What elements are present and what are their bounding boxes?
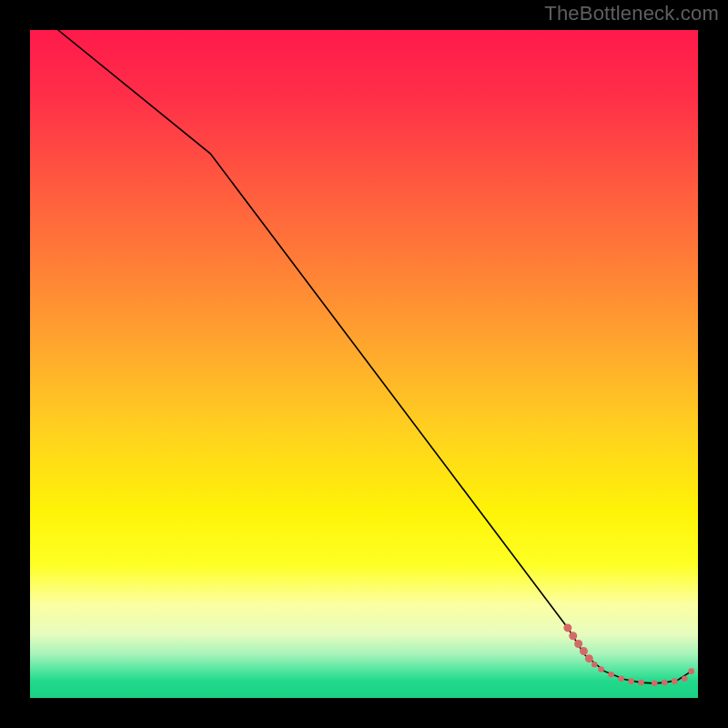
scatter-point — [662, 680, 668, 686]
scatter-point — [638, 680, 644, 686]
watermark-text: TheBottleneck.com — [544, 2, 719, 25]
scatter-point — [628, 678, 634, 684]
scatter-point — [585, 654, 593, 662]
chart-frame: TheBottleneck.com — [0, 0, 728, 728]
scatter-point — [569, 632, 577, 640]
scatter-point — [563, 623, 571, 632]
chart-overlay — [30, 30, 698, 698]
scatter-point — [672, 678, 678, 684]
optimal-zone-points — [563, 623, 694, 686]
scatter-point — [574, 640, 582, 648]
scatter-point — [688, 668, 694, 674]
scatter-point — [592, 662, 598, 668]
scatter-point — [608, 672, 614, 678]
bottleneck-curve — [58, 30, 692, 683]
scatter-point — [618, 675, 624, 682]
scatter-point — [580, 647, 588, 655]
plot-area — [30, 30, 698, 698]
scatter-point — [682, 675, 688, 682]
scatter-point — [652, 681, 658, 687]
scatter-point — [598, 666, 604, 672]
